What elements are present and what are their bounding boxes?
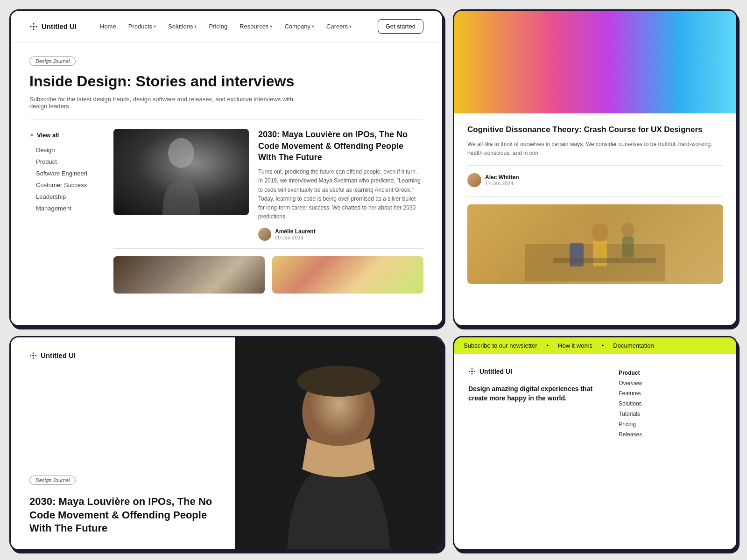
featured-author-date: 20 Jan 2024 [275, 235, 316, 240]
sidebar-item-leadership[interactable]: Leadership [29, 191, 104, 203]
svg-point-26 [474, 371, 475, 372]
svg-point-15 [33, 352, 34, 354]
right-author-avatar [467, 173, 481, 187]
svg-point-5 [168, 138, 194, 168]
office-scene-icon [525, 207, 665, 281]
thumbnail-1[interactable] [113, 256, 265, 294]
main-blog-card: Untitled UI Home Products ▾ Solutions ▾ … [9, 9, 444, 327]
solutions-chevron-icon: ▾ [194, 24, 197, 29]
portrait-icon [235, 337, 442, 549]
featured-author-row: Amélie Laurent 20 Jan 2024 [258, 228, 423, 241]
right-card-title: Cognitive Dissonance Theory: Crash Cours… [467, 125, 723, 135]
sidebar-item-customer[interactable]: Customer Success [29, 179, 104, 191]
br-tagline: Design amazing digital experiences that … [468, 385, 595, 403]
top-divider [29, 119, 423, 119]
svg-point-11 [621, 223, 634, 238]
ticker-item-2: How it works [558, 342, 592, 349]
office-image [467, 204, 723, 284]
person-silhouette-icon [153, 129, 209, 215]
br-logo[interactable]: Untitled UI [468, 368, 595, 375]
nav-company[interactable]: Company ▾ [280, 21, 319, 32]
svg-point-23 [472, 368, 473, 370]
blog-main-title: Inside Design: Stories and interviews [29, 72, 356, 90]
right-top-card: Cognitive Dissonance Theory: Crash Cours… [453, 9, 738, 327]
ticker-item-1: Subscribe to our newsletter [464, 342, 537, 349]
thumbnail-row [113, 256, 423, 294]
ticker-item-3: Documentation [613, 342, 654, 349]
br-logo-icon [468, 368, 476, 375]
nav-products[interactable]: Products ▾ [124, 21, 161, 32]
bl-logo[interactable]: Untitled UI [29, 351, 76, 359]
bottom-right-card: Subscribe to our newsletter • How it wor… [453, 336, 738, 551]
blog-content: Design Journal Inside Design: Stories an… [11, 42, 442, 308]
br-nav-section-product: Product [619, 368, 727, 378]
right-card-description: We all like to think of ourselves in cer… [467, 140, 723, 158]
blog-subtitle: Subscribe for the latest design trends, … [29, 96, 310, 110]
right-author-info: Alec Whitten 17 Jan 2024 [485, 174, 519, 186]
resources-chevron-icon: ▾ [270, 24, 272, 29]
bottom-left-card: Untitled UI Design Journal 2030: Maya Lo… [9, 336, 444, 551]
br-nav-overview[interactable]: Overview [619, 378, 727, 388]
bl-article-title: 2030: Maya Louvière on IPOs, The No Code… [29, 495, 216, 535]
featured-article: 2030: Maya Louvière on IPOs, The No Code… [113, 129, 423, 294]
thumbnail-2[interactable] [272, 256, 423, 294]
featured-author-info: Amélie Laurent 20 Jan 2024 [275, 228, 316, 240]
careers-chevron-icon: ▾ [349, 24, 352, 29]
svg-point-4 [36, 26, 37, 27]
right-author-date: 17 Jan 2024 [485, 181, 519, 186]
nav-solutions[interactable]: Solutions ▾ [163, 21, 201, 32]
svg-point-18 [35, 355, 36, 356]
svg-point-1 [33, 23, 35, 24]
bottom-left-text-panel: Untitled UI Design Journal 2030: Maya Lo… [11, 337, 235, 549]
br-logo-text: Untitled UI [479, 368, 512, 375]
br-nav-releases[interactable]: Releases [619, 429, 727, 440]
svg-point-0 [33, 26, 35, 28]
get-started-button[interactable]: Get started [378, 19, 423, 34]
br-nav-features[interactable]: Features [619, 388, 727, 399]
right-author-name: Alec Whitten [485, 174, 519, 181]
featured-article-row: 2030: Maya Louvière on IPOs, The No Code… [113, 129, 423, 241]
nav-pricing[interactable]: Pricing [204, 21, 232, 32]
br-left-panel: Untitled UI Design amazing digital exper… [454, 354, 609, 549]
svg-rect-12 [622, 237, 634, 258]
sidebar-nav: ✦ View all Design Product Software Engin… [29, 129, 104, 294]
article-divider [113, 248, 423, 249]
br-nav-pricing[interactable]: Pricing [619, 419, 727, 429]
svg-point-9 [592, 223, 608, 242]
svg-point-14 [32, 355, 34, 357]
featured-author-avatar [258, 228, 271, 241]
svg-rect-8 [570, 243, 584, 266]
nav-careers[interactable]: Careers ▾ [322, 21, 356, 32]
ticker-bar: Subscribe to our newsletter • How it wor… [454, 337, 736, 354]
svg-point-22 [471, 371, 473, 372]
featured-article-image [113, 129, 249, 215]
svg-point-21 [297, 366, 380, 397]
nav-resources[interactable]: Resources ▾ [235, 21, 277, 32]
sidebar-item-product[interactable]: Product [29, 156, 104, 168]
portrait-image-panel [235, 337, 442, 549]
br-nav-solutions[interactable]: Solutions [619, 399, 727, 409]
bl-logo-text: Untitled UI [41, 351, 76, 359]
view-all-item[interactable]: ✦ View all [29, 132, 104, 139]
logo-icon [29, 22, 38, 31]
sidebar-item-software[interactable]: Software Engineeri [29, 168, 104, 179]
bl-tag: Design Journal [29, 476, 76, 485]
sidebar-item-design[interactable]: Design [29, 144, 104, 156]
logo[interactable]: Untitled UI [29, 22, 77, 31]
br-nav-tutorials[interactable]: Tutorials [619, 409, 727, 419]
nav-bar: Untitled UI Home Products ▾ Solutions ▾ … [11, 11, 442, 42]
svg-point-17 [30, 355, 31, 356]
blog-body: ✦ View all Design Product Software Engin… [29, 129, 423, 294]
svg-point-7 [568, 225, 585, 244]
sidebar-item-management[interactable]: Management [29, 203, 104, 214]
featured-article-text: 2030: Maya Louvière on IPOs, The No Code… [258, 129, 423, 241]
nav-home[interactable]: Home [95, 21, 121, 32]
ticker-sep-1: • [547, 342, 549, 349]
featured-article-excerpt: Turns out, predicting the future can off… [258, 168, 423, 221]
svg-point-16 [33, 357, 34, 359]
svg-point-2 [33, 28, 35, 30]
ticker-sep-2: • [602, 342, 604, 349]
move-icon: ✦ [29, 132, 34, 139]
svg-point-25 [469, 371, 470, 372]
nav-links: Home Products ▾ Solutions ▾ Pricing Reso… [95, 21, 359, 32]
